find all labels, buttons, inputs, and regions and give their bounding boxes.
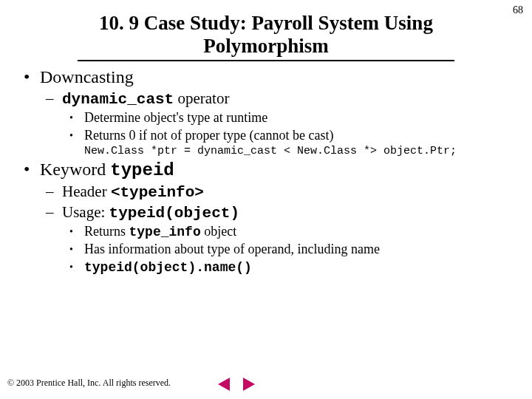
- title-line-2: Polymorphism: [203, 35, 329, 57]
- sub-pre: Header: [62, 183, 111, 200]
- slide: 68 10. 9 Case Study: Payroll System Usin…: [0, 0, 532, 399]
- next-button[interactable]: [239, 375, 259, 393]
- point-pre: Returns: [84, 224, 129, 239]
- bullet-pre: Keyword: [40, 160, 110, 179]
- copyright-footer: © 2003 Prentice Hall, Inc. All rights re…: [7, 378, 171, 389]
- sub-post: operator: [174, 89, 229, 107]
- sub-header-typeinfo: Header <typeinfo>: [40, 183, 523, 201]
- point-returns-typeinfo: Returns type_info object: [62, 224, 523, 239]
- content-area: Downcasting dynamic_cast operator Determ…: [0, 67, 532, 275]
- prev-button[interactable]: [214, 375, 233, 393]
- bullet-typeid: Keyword typeid Header <typeinfo> Usage: …: [18, 160, 523, 275]
- title-underline: [78, 60, 454, 61]
- point-code: type_info: [129, 225, 201, 239]
- sub-code: typeid(object): [109, 205, 239, 222]
- point-returns-zero: Returns 0 if not of proper type (cannot …: [62, 128, 523, 143]
- code-example-wrap: New.Class *ptr = dynamic_cast < New.Clas…: [62, 145, 523, 157]
- sub-code: dynamic_cast: [62, 91, 174, 108]
- triangle-right-icon: [243, 378, 255, 391]
- sub-code: <typeinfo>: [111, 184, 204, 201]
- point-name-call: typeid(object).name(): [62, 259, 523, 275]
- sub-usage: Usage: typeid(object) Returns type_info …: [40, 203, 523, 275]
- sub-dynamic-cast: dynamic_cast operator Determine object's…: [40, 89, 523, 157]
- sub-pre: Usage:: [62, 203, 109, 221]
- slide-title: 10. 9 Case Study: Payroll System Using P…: [0, 0, 532, 59]
- bullet-code: typeid: [110, 160, 174, 180]
- point-code: typeid(object).name(): [84, 260, 252, 275]
- title-line-1: 10. 9 Case Study: Payroll System Using: [99, 12, 433, 34]
- code-example: New.Class *ptr = dynamic_cast < New.Clas…: [84, 145, 523, 157]
- page-number: 68: [513, 4, 523, 16]
- bullet-downcasting: Downcasting dynamic_cast operator Determ…: [18, 67, 523, 157]
- point-runtime: Determine object's type at runtime: [62, 110, 523, 126]
- nav-controls: [214, 375, 259, 393]
- point-has-info: Has information about type of operand, i…: [62, 242, 523, 257]
- triangle-left-icon: [218, 378, 230, 391]
- bullet-text: Downcasting: [40, 67, 134, 86]
- point-post: object: [201, 224, 236, 239]
